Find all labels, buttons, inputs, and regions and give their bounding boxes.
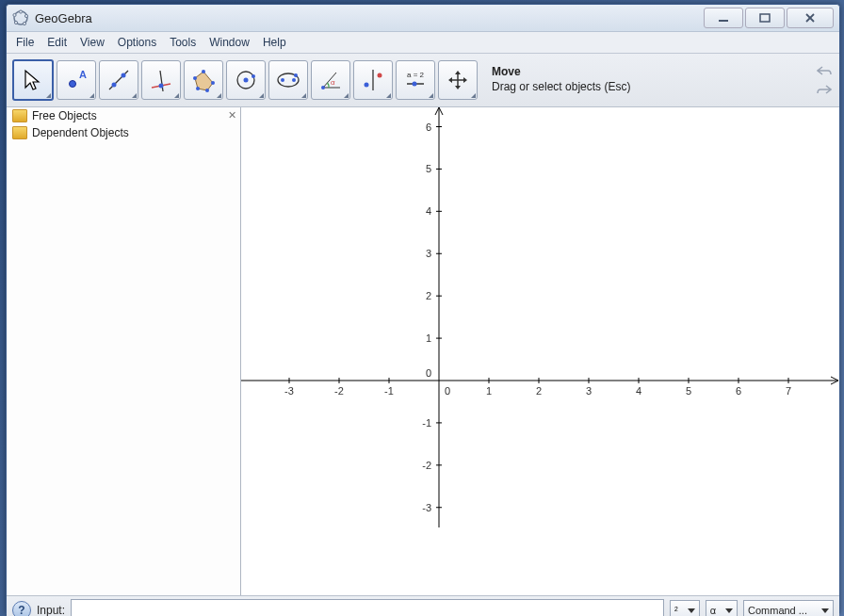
tool-point[interactable]: A bbox=[57, 60, 96, 100]
svg-point-1 bbox=[19, 10, 22, 13]
line-icon bbox=[106, 67, 132, 93]
tool-desc-sub: Drag or select objects (Esc) bbox=[492, 80, 812, 95]
svg-text:-1: -1 bbox=[384, 385, 394, 397]
redo-button[interactable] bbox=[815, 81, 834, 98]
tool-move[interactable] bbox=[12, 59, 54, 101]
close-panel-icon[interactable]: ✕ bbox=[228, 109, 236, 122]
reflect-icon bbox=[360, 67, 386, 93]
tool-desc-title: Move bbox=[492, 65, 812, 80]
tool-reflect[interactable] bbox=[353, 60, 393, 100]
svg-point-22 bbox=[196, 87, 200, 90]
svg-text:5: 5 bbox=[426, 163, 431, 174]
input-bar: ? Input: ² α Command ... bbox=[7, 595, 839, 616]
circle-icon bbox=[233, 67, 259, 93]
svg-point-40 bbox=[413, 82, 417, 87]
help-icon[interactable]: ? bbox=[12, 601, 31, 616]
symbol-exponent-dropdown[interactable]: ² bbox=[670, 600, 700, 616]
svg-point-25 bbox=[244, 78, 249, 83]
algebra-view: ✕ Free Objects Dependent Objects bbox=[7, 107, 241, 595]
svg-text:-2: -2 bbox=[334, 385, 344, 397]
symbol-greek-dropdown[interactable]: α bbox=[706, 600, 738, 616]
cursor-icon bbox=[20, 67, 46, 93]
svg-point-28 bbox=[281, 78, 284, 82]
svg-point-23 bbox=[193, 76, 197, 80]
tool-angle[interactable]: α bbox=[311, 60, 350, 100]
svg-text:A: A bbox=[79, 69, 87, 80]
svg-point-17 bbox=[159, 84, 164, 89]
svg-text:0: 0 bbox=[445, 385, 450, 397]
svg-text:2: 2 bbox=[426, 290, 431, 301]
svg-text:-2: -2 bbox=[422, 460, 431, 471]
svg-point-10 bbox=[70, 81, 76, 88]
svg-text:3: 3 bbox=[426, 248, 431, 259]
svg-point-21 bbox=[205, 89, 209, 92]
ellipse-icon bbox=[275, 67, 301, 93]
tree-free-objects[interactable]: Free Objects bbox=[7, 107, 240, 124]
tool-line[interactable] bbox=[99, 60, 138, 100]
svg-point-4 bbox=[14, 21, 17, 24]
menu-bar: File Edit View Options Tools Window Help bbox=[7, 32, 839, 54]
svg-point-37 bbox=[378, 73, 382, 78]
move-view-icon bbox=[445, 67, 471, 93]
svg-text:2: 2 bbox=[536, 385, 542, 397]
folder-icon bbox=[12, 109, 27, 122]
svg-text:0: 0 bbox=[426, 367, 431, 379]
svg-text:6: 6 bbox=[736, 385, 741, 397]
undo-button[interactable] bbox=[815, 62, 834, 79]
svg-point-20 bbox=[211, 81, 215, 85]
tool-perpendicular[interactable] bbox=[141, 60, 181, 100]
perpendicular-icon bbox=[148, 67, 174, 93]
svg-text:1: 1 bbox=[486, 385, 492, 397]
close-button[interactable] bbox=[787, 8, 834, 28]
svg-point-3 bbox=[23, 22, 25, 24]
menu-file[interactable]: File bbox=[10, 34, 40, 51]
svg-point-26 bbox=[252, 74, 255, 78]
tool-circle[interactable] bbox=[226, 60, 266, 100]
menu-window[interactable]: Window bbox=[203, 34, 255, 51]
svg-text:5: 5 bbox=[686, 385, 691, 397]
title-bar: GeoGebra bbox=[7, 5, 839, 32]
svg-point-29 bbox=[292, 78, 296, 82]
svg-point-19 bbox=[202, 70, 205, 73]
svg-text:4: 4 bbox=[636, 385, 641, 397]
svg-text:-3: -3 bbox=[284, 385, 294, 397]
graphics-view[interactable]: -3-2-101234567123456-1-2-30 bbox=[241, 107, 839, 595]
tree-dependent-objects[interactable]: Dependent Objects bbox=[7, 124, 240, 141]
tool-slider[interactable]: a = 2 bbox=[396, 60, 435, 100]
svg-point-14 bbox=[122, 73, 126, 78]
svg-text:-1: -1 bbox=[422, 417, 431, 429]
svg-point-33 bbox=[321, 86, 325, 89]
window-title: GeoGebra bbox=[35, 11, 702, 25]
tool-move-view[interactable] bbox=[438, 60, 478, 100]
svg-text:4: 4 bbox=[426, 205, 431, 217]
tool-ellipse[interactable] bbox=[268, 60, 308, 100]
menu-help[interactable]: Help bbox=[257, 34, 292, 51]
svg-point-13 bbox=[112, 83, 117, 88]
command-dropdown[interactable]: Command ... bbox=[743, 600, 834, 616]
svg-line-12 bbox=[109, 71, 128, 89]
svg-text:a = 2: a = 2 bbox=[407, 71, 425, 79]
input-label: Input: bbox=[37, 604, 65, 616]
svg-line-16 bbox=[160, 71, 163, 91]
menu-tools[interactable]: Tools bbox=[164, 34, 202, 51]
polygon-icon bbox=[190, 67, 217, 93]
svg-point-5 bbox=[13, 13, 16, 16]
svg-point-2 bbox=[24, 14, 27, 17]
toolbar: A α a = 2 bbox=[7, 54, 839, 107]
menu-view[interactable]: View bbox=[74, 34, 110, 51]
menu-edit[interactable]: Edit bbox=[41, 34, 73, 51]
svg-text:α: α bbox=[331, 78, 335, 87]
angle-icon: α bbox=[317, 67, 344, 93]
tool-description: Move Drag or select objects (Esc) bbox=[492, 65, 812, 94]
menu-options[interactable]: Options bbox=[112, 34, 162, 51]
point-icon: A bbox=[63, 67, 89, 93]
folder-icon bbox=[12, 126, 27, 139]
maximize-button[interactable] bbox=[745, 8, 785, 28]
svg-text:7: 7 bbox=[786, 385, 791, 397]
svg-point-36 bbox=[365, 83, 369, 88]
svg-text:1: 1 bbox=[426, 332, 431, 344]
tool-polygon[interactable] bbox=[184, 60, 223, 100]
minimize-button[interactable] bbox=[704, 8, 743, 28]
input-field[interactable] bbox=[71, 599, 664, 616]
svg-point-30 bbox=[294, 73, 298, 77]
